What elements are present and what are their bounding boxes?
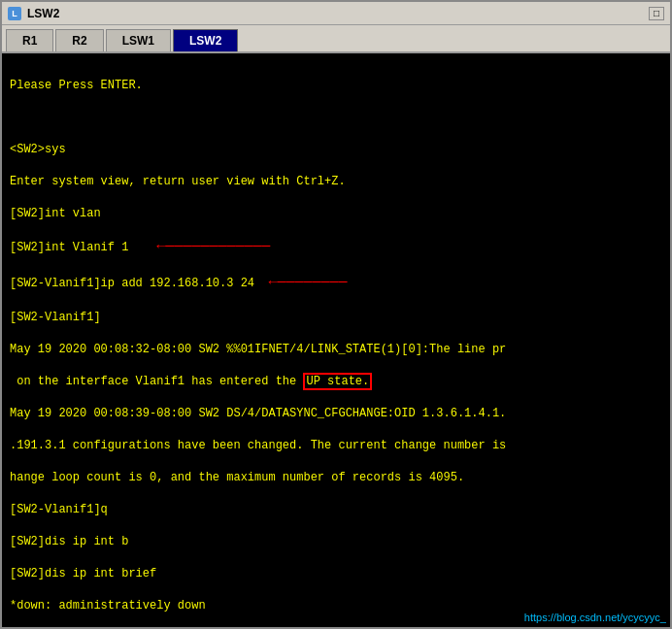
terminal-area[interactable]: Please Press ENTER. <SW2>sys Enter syste… bbox=[2, 53, 670, 627]
tab-r2[interactable]: R2 bbox=[55, 29, 103, 51]
line-may19-1: May 19 2020 00:08:32-08:00 SW2 %%01IFNET… bbox=[10, 342, 662, 357]
main-window: L LSW2 □ R1 R2 LSW1 LSW2 Please Press EN… bbox=[0, 0, 672, 629]
tab-lsw2[interactable]: LSW2 bbox=[173, 29, 238, 51]
line-ipadd: [SW2-Vlanif1]ip add 192.168.10.3 24 ←───… bbox=[10, 274, 662, 293]
line-may19-2c: hange loop count is 0, and the maximum n… bbox=[10, 470, 662, 485]
title-bar: L LSW2 □ bbox=[2, 2, 670, 25]
line-may19-1b: on the interface Vlanif1 has entered the… bbox=[10, 374, 662, 389]
line-blank1 bbox=[10, 110, 662, 125]
window-title: LSW2 bbox=[27, 7, 59, 20]
line-intvlan: [SW2]int vlan bbox=[10, 206, 662, 221]
tab-lsw1[interactable]: LSW1 bbox=[106, 29, 171, 51]
line-enter: Enter system view, return user view with… bbox=[10, 174, 662, 189]
line-prompt: <SW2>sys bbox=[10, 142, 662, 157]
line-disbrief: [SW2]dis ip int brief bbox=[10, 566, 662, 581]
watermark: https://blog.csdn.net/ycycyyc_ bbox=[524, 611, 666, 625]
line-q: [SW2-Vlanif1]q bbox=[10, 502, 662, 517]
window-icon: L bbox=[8, 7, 21, 20]
tab-bar: R1 R2 LSW1 LSW2 bbox=[2, 25, 670, 53]
line-disb: [SW2]dis ip int b bbox=[10, 534, 662, 549]
line-may19-2: May 19 2020 00:08:39-08:00 SW2 DS/4/DATA… bbox=[10, 406, 662, 421]
line-may19-2b: .191.3.1 configurations have been change… bbox=[10, 438, 662, 453]
line-1: Please Press ENTER. bbox=[10, 78, 662, 93]
window-controls: □ bbox=[649, 7, 664, 20]
terminal-output: Please Press ENTER. <SW2>sys Enter syste… bbox=[10, 61, 662, 627]
line-intvlanif: [SW2]int Vlanif 1 ←──────────── bbox=[10, 238, 662, 257]
tab-r1[interactable]: R1 bbox=[6, 29, 53, 51]
line-vlanif1: [SW2-Vlanif1] bbox=[10, 310, 662, 325]
restore-button[interactable]: □ bbox=[649, 7, 664, 20]
